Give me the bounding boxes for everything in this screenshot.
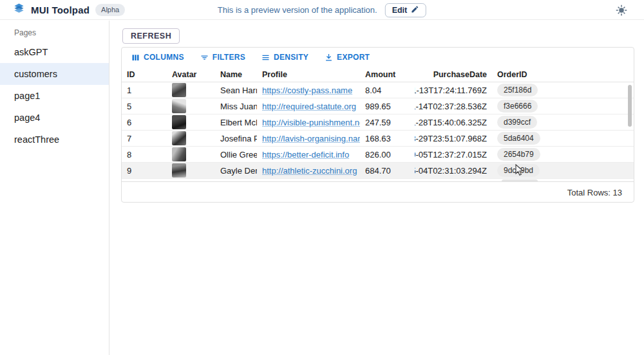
density-button-label: DENSITY <box>274 53 308 62</box>
cell-id: 8 <box>122 147 167 162</box>
cell-id: 1 <box>122 82 167 98</box>
table-row[interactable]: 7 Josefina P... http://lavish-organising… <box>122 131 634 147</box>
cell-avatar <box>167 147 215 162</box>
grid-toolbar: COLUMNS FILTERS DENSITY <box>122 48 634 67</box>
column-header-name[interactable]: Name <box>215 67 257 82</box>
sidebar-item-label: page1 <box>14 91 40 101</box>
edit-button-label: Edit <box>392 6 408 15</box>
cell-profile: https://costly-pass.name <box>257 82 360 98</box>
sidebar-item-page1[interactable]: page1 <box>0 85 109 107</box>
cell-name: Ollie Green... <box>215 147 257 162</box>
cell-order-id: 25f186d <box>492 82 634 98</box>
density-button[interactable]: DENSITY <box>258 50 312 65</box>
profile-link[interactable]: https://better-deficit.info <box>262 150 349 159</box>
cell-order-id: 2654b79 <box>492 147 634 162</box>
avatar <box>172 99 186 113</box>
profile-link[interactable]: http://athletic-zucchini.org <box>262 166 357 176</box>
cell-purchase-date: 2076-03-29T23:51:07.968Z <box>415 131 492 146</box>
grid-column-headers: IDAvatarNameProfileAmountPurchaseDateOrd… <box>122 67 634 82</box>
columns-button[interactable]: COLUMNS <box>128 50 187 65</box>
brand: MUI Toolpad Alpha <box>13 0 125 20</box>
table-row[interactable]: 5 Miss Juan ... http://required-statute.… <box>122 98 634 114</box>
column-header-profile[interactable]: Profile <box>257 67 360 82</box>
cell-amount: 989.65 <box>360 98 415 114</box>
avatar <box>172 115 186 129</box>
cell-amount: 8.04 <box>360 82 415 98</box>
cell-profile: http://athletic-zucchini.org <box>257 163 360 178</box>
cell-purchase-date: 2014-01-14T02:37:28.536Z <box>415 98 492 114</box>
filters-button-label: FILTERS <box>213 53 245 62</box>
sidebar-item-askGPT[interactable]: askGPT <box>0 41 109 63</box>
cell-order-id: d399ccf <box>492 114 634 130</box>
column-header-orderid[interactable]: OrderID <box>492 67 634 82</box>
cell-name: Sean Harris <box>215 82 257 98</box>
sidebar: Pages askGPT customers page1 page4 react… <box>0 21 109 355</box>
profile-link[interactable]: http://visible-punishment.net <box>262 118 360 127</box>
cell-profile: http://lavish-organising.name <box>257 131 360 146</box>
table-row[interactable]: 8 Ollie Green... https://better-deficit.… <box>122 147 634 163</box>
cell-purchase-date: 1997-11-13T17:24:11.769Z <box>415 82 492 98</box>
column-header-amount[interactable]: Amount <box>360 67 415 82</box>
alpha-badge: Alpha <box>95 4 125 15</box>
sidebar-item-label: page4 <box>14 113 40 123</box>
filter-list-icon <box>200 53 209 62</box>
cell-avatar <box>167 82 215 98</box>
order-id-chip: 25f186d <box>497 84 538 96</box>
filters-button[interactable]: FILTERS <box>196 50 249 65</box>
profile-link[interactable]: https://costly-pass.name <box>262 86 352 95</box>
cell-name: Gayle Den... <box>215 163 257 178</box>
avatar <box>172 83 186 97</box>
profile-link[interactable]: http://required-statute.org <box>262 102 356 111</box>
partial-next-row <box>122 179 634 181</box>
export-button[interactable]: EXPORT <box>321 50 373 65</box>
vertical-scrollbar[interactable] <box>628 85 632 127</box>
order-id-chip: 9dc59bd <box>497 164 540 177</box>
sidebar-item-label: customers <box>14 69 57 79</box>
column-header-id[interactable]: ID <box>122 67 167 82</box>
cell-name: Josefina P... <box>215 131 257 146</box>
sidebar-item-customers[interactable]: customers <box>0 63 109 85</box>
app-title: MUI Toolpad <box>31 5 90 15</box>
table-row[interactable]: 9 Gayle Den... http://athletic-zucchini.… <box>122 163 634 179</box>
sidebar-item-page4[interactable]: page4 <box>0 107 109 129</box>
edit-button[interactable]: Edit <box>385 3 427 17</box>
columns-button-label: COLUMNS <box>144 53 184 62</box>
theme-toggle-button[interactable] <box>616 5 627 16</box>
order-id-chip: 5da6404 <box>497 132 540 145</box>
column-header-avatar[interactable]: Avatar <box>167 67 215 82</box>
sidebar-item-label: askGPT <box>14 47 48 57</box>
avatar <box>172 163 186 178</box>
sidebar-item-reactThree[interactable]: reactThree <box>0 129 109 150</box>
data-grid: COLUMNS FILTERS DENSITY <box>121 47 634 203</box>
partial-order-chip <box>502 179 538 181</box>
toolpad-logo-icon <box>13 3 25 17</box>
cell-order-id: 9dc59bd <box>492 163 634 178</box>
grid-footer: Total Rows: 13 <box>122 181 634 203</box>
cell-profile: https://better-deficit.info <box>257 147 360 162</box>
table-row[interactable]: 6 Elbert McL... http://visible-punishmen… <box>122 114 634 131</box>
cell-amount: 684.70 <box>360 163 415 178</box>
cell-name: Elbert McL... <box>215 114 257 130</box>
order-id-chip: f3e6666 <box>497 100 538 113</box>
table-row[interactable]: 1 Sean Harris https://costly-pass.name 8… <box>122 82 634 98</box>
cell-profile: http://required-statute.org <box>257 98 360 114</box>
cell-avatar <box>167 163 215 178</box>
export-button-label: EXPORT <box>337 53 370 62</box>
cell-avatar <box>167 131 215 146</box>
cell-amount: 247.59 <box>360 114 415 130</box>
view-columns-icon <box>131 53 140 62</box>
sun-icon <box>616 7 627 18</box>
grid-rows: 1 Sean Harris https://costly-pass.name 8… <box>122 82 634 181</box>
order-id-chip: 2654b79 <box>497 148 540 161</box>
refresh-button[interactable]: REFRESH <box>122 28 180 44</box>
cell-amount: 168.63 <box>360 131 415 146</box>
profile-link[interactable]: http://lavish-organising.name <box>262 134 360 143</box>
cell-order-id: 5da6404 <box>492 131 634 146</box>
cell-avatar <box>167 98 215 114</box>
pages-section-label: Pages <box>0 21 109 41</box>
avatar <box>172 131 186 145</box>
app-header: MUI Toolpad Alpha This is a preview vers… <box>0 0 644 20</box>
cell-id: 6 <box>122 114 167 130</box>
cell-profile: http://visible-punishment.net <box>257 114 360 130</box>
column-header-purchasedate[interactable]: PurchaseDate <box>415 67 492 82</box>
